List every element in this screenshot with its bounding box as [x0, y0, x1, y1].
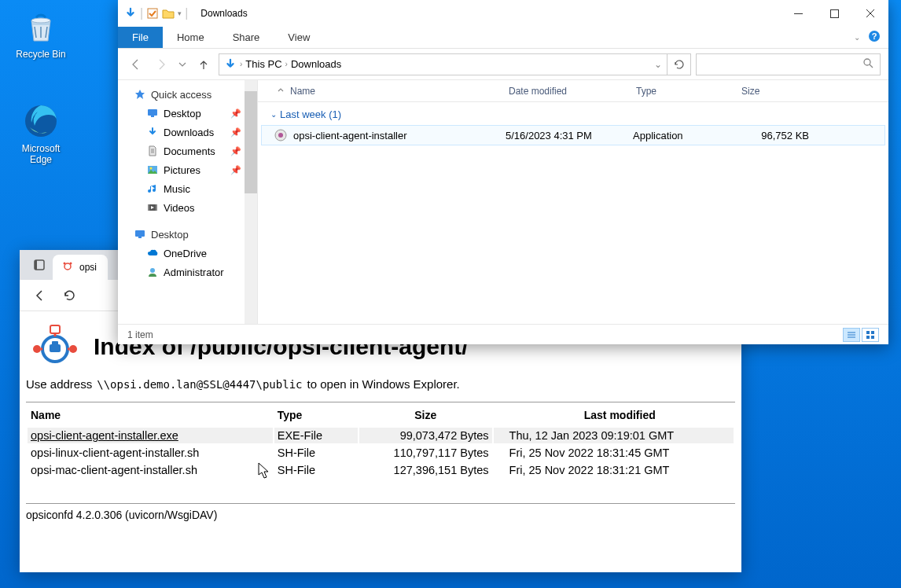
recycle-bin-label: Recycle Bin: [11, 49, 71, 60]
listing-row[interactable]: opsi-mac-client-agent-installer.sh SH-Fi…: [28, 462, 734, 478]
videos-icon: [146, 201, 159, 214]
listing-size: 99,073,472 Bytes: [359, 428, 492, 443]
svg-rect-44: [871, 336, 874, 339]
qat-newfolder-icon[interactable]: [162, 7, 175, 20]
nav-history-button[interactable]: [176, 54, 189, 75]
group-header[interactable]: ⌄ Last week (1): [258, 104, 888, 125]
ribbon-home-tab[interactable]: Home: [163, 27, 219, 48]
svg-rect-31: [148, 204, 149, 211]
opsi-logo: [26, 324, 84, 369]
sidebar-item-pictures[interactable]: Pictures📌: [118, 160, 257, 179]
col-modified-header[interactable]: Last modified: [494, 404, 734, 426]
sidebar-quick-access[interactable]: Quick access: [118, 85, 257, 104]
pin-icon: 📌: [230, 108, 241, 119]
nav-up-button[interactable]: [193, 54, 214, 75]
explorer-content: Name Date modified Type Size ⌄ Last week…: [258, 80, 888, 324]
svg-point-37: [278, 133, 283, 138]
pin-icon: 📌: [230, 146, 241, 156]
nav-back-button[interactable]: [26, 282, 53, 309]
svg-rect-33: [135, 230, 145, 237]
qat-properties-icon[interactable]: [146, 7, 159, 20]
listing-row[interactable]: opsi-client-agent-installer.exe EXE-File…: [28, 428, 734, 443]
svg-rect-24: [151, 116, 154, 117]
refresh-button[interactable]: [667, 53, 691, 75]
file-row[interactable]: opsi-client-agent-installer 5/16/2023 4:…: [261, 125, 885, 145]
maximize-button[interactable]: [816, 0, 852, 27]
chevron-right-icon[interactable]: ›: [240, 60, 242, 68]
listing-row[interactable]: opsi-linux-client-agent-installer.sh SH-…: [28, 445, 734, 461]
window-title: Downloads: [200, 8, 780, 19]
tab-list-button[interactable]: [26, 250, 53, 280]
svg-rect-12: [50, 325, 60, 333]
documents-icon: [146, 145, 159, 157]
close-button[interactable]: [852, 0, 888, 27]
explorer-ribbon: File Home Share View ⌄ ?: [118, 27, 888, 49]
svg-rect-42: [871, 331, 874, 334]
col-sort-icon[interactable]: [270, 86, 284, 97]
explorer-sidebar: Quick access Desktop📌Downloads📌Documents…: [118, 80, 258, 324]
sidebar-desktop[interactable]: Desktop: [118, 225, 257, 244]
svg-rect-18: [830, 9, 838, 17]
breadcrumb-folder[interactable]: Downloads: [291, 58, 341, 70]
col-type-header[interactable]: Type: [274, 404, 358, 426]
svg-point-11: [69, 345, 77, 353]
view-icons-button[interactable]: [862, 328, 879, 342]
ribbon-expand-icon[interactable]: ⌄: [854, 33, 860, 42]
sidebar-item-downloads[interactable]: Downloads📌: [118, 123, 257, 141]
chevron-right-icon[interactable]: ›: [285, 60, 288, 68]
page-subtitle: Use address \\opsi.demo.lan@SSL@4447\pub…: [26, 377, 735, 391]
nav-forward-button[interactable]: [151, 54, 171, 75]
search-box[interactable]: [696, 53, 881, 75]
listing-type: SH-File: [274, 462, 358, 478]
svg-point-4: [64, 263, 71, 270]
breadcrumb-root[interactable]: This PC: [245, 58, 281, 70]
col-size[interactable]: Size: [735, 86, 806, 97]
view-details-button[interactable]: [843, 328, 860, 342]
svg-rect-23: [148, 109, 157, 116]
svg-point-10: [33, 345, 41, 353]
sidebar-onedrive[interactable]: OneDrive: [118, 244, 257, 263]
sidebar-item-documents[interactable]: Documents📌: [118, 141, 257, 160]
help-icon[interactable]: ?: [868, 30, 881, 46]
svg-rect-16: [148, 9, 157, 18]
sidebar-item-music[interactable]: Music: [118, 179, 257, 198]
listing-type: SH-File: [274, 445, 358, 461]
browser-tab[interactable]: opsi: [53, 255, 108, 280]
col-name[interactable]: Name: [284, 86, 502, 97]
nav-refresh-button[interactable]: [56, 282, 83, 309]
edge-label: Microsoft Edge: [11, 143, 71, 166]
explorer-addressbar: › This PC › Downloads ⌄: [118, 49, 888, 80]
file-name-text: opsi-client-agent-installer: [293, 130, 407, 141]
nav-back-button[interactable]: [126, 54, 146, 75]
minimize-button[interactable]: [780, 0, 816, 27]
downloads-icon: [224, 58, 237, 71]
explorer-columns: Name Date modified Type Size: [258, 80, 888, 102]
chevron-down-icon[interactable]: ⌄: [654, 59, 662, 70]
svg-line-22: [870, 64, 873, 68]
ribbon-file-tab[interactable]: File: [118, 27, 163, 48]
sidebar-item-desktop[interactable]: Desktop📌: [118, 104, 257, 123]
listing-modified: Fri, 25 Nov 2022 18:31:45 GMT: [494, 445, 734, 461]
listing-name: opsi-client-agent-installer.exe: [28, 428, 273, 443]
col-name-header[interactable]: Name: [28, 404, 273, 426]
downloads-icon: [124, 7, 137, 20]
ribbon-share-tab[interactable]: Share: [219, 27, 274, 48]
desktop-icon: [146, 107, 159, 119]
sidebar-administrator[interactable]: Administrator: [118, 263, 257, 281]
sidebar-item-videos[interactable]: Videos: [118, 198, 257, 217]
address-box[interactable]: › This PC › Downloads ⌄: [219, 53, 667, 75]
qat-dropdown-icon[interactable]: ▾: [178, 9, 182, 17]
browser-content: Index of /public/opsi-client-agent/ Use …: [20, 311, 741, 572]
col-modified[interactable]: Date modified: [502, 86, 630, 97]
edge-shortcut[interactable]: Microsoft Edge: [11, 102, 71, 166]
subtitle-prefix: Use address: [26, 377, 92, 391]
col-size-header[interactable]: Size: [359, 404, 492, 426]
tab-title: opsi: [79, 262, 97, 273]
file-size: 96,752 KB: [738, 130, 809, 141]
svg-point-21: [864, 59, 870, 65]
search-icon: [862, 57, 873, 72]
ribbon-view-tab[interactable]: View: [274, 27, 324, 48]
col-type[interactable]: Type: [630, 86, 735, 97]
recycle-bin[interactable]: Recycle Bin: [11, 8, 71, 60]
explorer-titlebar[interactable]: | ▾ | Downloads: [118, 0, 888, 27]
